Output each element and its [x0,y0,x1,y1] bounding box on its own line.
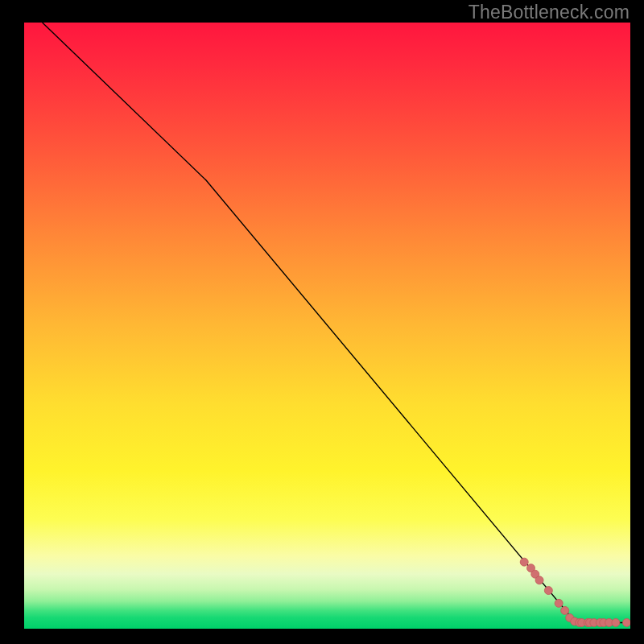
chart-overlay-svg [24,23,630,629]
data-point-marker [535,576,543,584]
data-point-marker [555,599,563,607]
data-point-marker [520,558,528,566]
chart-frame: TheBottleneck.com [0,0,644,644]
data-point-marker [561,606,569,614]
watermark-label: TheBottleneck.com [469,2,630,23]
data-point-marker [544,587,552,595]
marker-group [520,558,630,626]
bottleneck-curve [43,23,630,622]
data-point-marker [622,618,630,626]
data-point-marker [612,618,620,626]
